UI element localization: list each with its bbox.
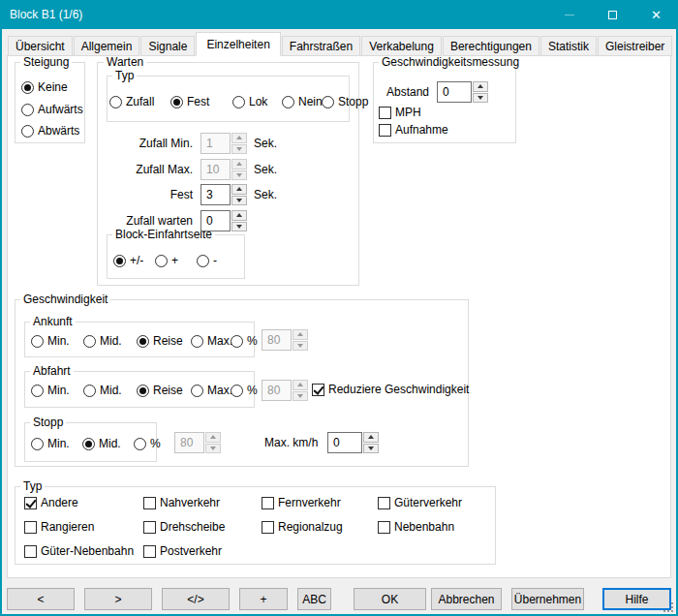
radio-abfahrt-min[interactable]: Min. [31,384,70,397]
help-button[interactable]: Hilfe [602,588,671,610]
spin-up-button[interactable] [363,432,379,443]
radio-label: Min. [47,437,70,450]
checkbox-icon [24,545,37,558]
radio-lok[interactable]: Lok [232,95,267,108]
resize-grip-icon[interactable] [663,602,673,612]
abstand-spinner[interactable] [437,81,488,103]
spin-down-button[interactable] [231,222,247,232]
cancel-button[interactable]: Abbrechen [431,588,502,610]
radio-minus[interactable]: - [197,254,217,267]
radio-stopp-mid[interactable]: Mid. [82,437,121,450]
checkbox-andere[interactable]: Andere [24,496,78,509]
radio-abfahrt-prozent[interactable]: % [231,384,258,397]
checkbox-nebenbahn[interactable]: Nebenbahn [378,520,454,534]
next-button[interactable]: > [84,588,152,610]
spin-up-button[interactable] [231,184,247,195]
steigung-group-title: Steigung [20,55,72,69]
checkbox-rangieren[interactable]: Rangieren [24,520,94,534]
tab-berechtigungen[interactable]: Berechtigungen [443,36,539,56]
checkbox-postverkehr[interactable]: Postverkehr [143,544,222,558]
radio-ankunft-prozent[interactable]: % [231,334,258,348]
radio-plus[interactable]: + [155,254,178,267]
radio-aufwaerts[interactable]: Aufwärts [21,103,83,116]
tab-gleistreiber[interactable]: Gleistreiber [598,36,672,56]
radio-label: Stopp [338,95,368,108]
maximize-button[interactable] [591,0,634,29]
checkbox-label: Drehscheibe [160,520,225,534]
spin-down-button[interactable] [231,196,247,206]
radio-ankunft-reise[interactable]: Reise [137,334,183,348]
radio-fest[interactable]: Fest [170,95,209,108]
radio-stopp[interactable]: Stopp [322,95,368,108]
close-button[interactable]: ✕ [634,0,678,29]
radio-label: % [247,334,258,348]
tab-fahrstrassen[interactable]: Fahrstraßen [282,36,360,56]
checkbox-gueterverkehr[interactable]: Güterverkehr [378,496,462,509]
checkbox-label: Rangieren [41,520,94,534]
radio-label: Reise [153,384,183,397]
messung-group-title: Geschwindigkeitsmessung [379,55,522,69]
checkbox-fernverkehr[interactable]: Fernverkehr [262,496,341,509]
radio-label: Aufwärts [38,103,83,116]
radio-ankunft-max[interactable]: Max. [191,334,232,348]
radio-ankunft-mid[interactable]: Mid. [83,334,122,348]
tab-statistik[interactable]: Statistik [540,36,597,56]
radio-abfahrt-reise[interactable]: Reise [137,384,183,397]
spin-down-button [293,391,308,402]
tab-signale[interactable]: Signale [140,36,195,56]
spin-up-button [293,329,308,340]
plus-button[interactable]: + [239,588,288,610]
ankunft-spinner [262,329,308,351]
tab-uebersicht[interactable]: Übersicht [8,36,73,56]
radio-label: Mid. [100,384,122,397]
titlebar[interactable]: Block B1 (1/6) ✕ [0,0,678,29]
zufall-warten-input[interactable] [200,210,231,231]
radio-keine[interactable]: Keine [21,80,68,94]
ok-button[interactable]: OK [354,588,426,610]
ankunft-input [262,329,292,351]
tab-verkabelung[interactable]: Verkabelung [361,36,442,56]
tab-einzelheiten[interactable]: Einzelheiten [196,32,280,56]
radio-zufall[interactable]: Zufall [109,95,154,108]
checkbox-icon [143,545,156,558]
radio-icon [137,335,149,348]
radio-abwaerts[interactable]: Abwärts [21,124,79,138]
checkbox-gueter-nebenbahn[interactable]: Güter-Nebenbahn [24,544,134,558]
radio-abfahrt-mid[interactable]: Mid. [83,384,122,397]
spin-down-button[interactable] [363,444,379,454]
zufall-max-spinner [200,159,247,180]
checkbox-nahverkehr[interactable]: Nahverkehr [143,496,220,509]
checkbox-aufnahme[interactable]: Aufnahme [379,123,448,137]
spin-up-button[interactable] [473,81,488,92]
max-kmh-spinner[interactable] [327,432,379,453]
radio-nein[interactable]: Nein [282,95,323,108]
checkbox-label: Reduziere Geschwindigkeit [328,383,469,396]
radio-ankunft-min[interactable]: Min. [31,334,70,348]
abstand-input[interactable] [437,81,472,103]
tab-allgemein[interactable]: Allgemein [74,36,140,56]
zufall-warten-spinner[interactable] [200,210,247,231]
fest-input[interactable] [200,184,231,205]
spin-down-button[interactable] [473,93,488,104]
checkbox-label: Güter-Nebenbahn [41,544,134,558]
checkbox-mph[interactable]: MPH [379,106,421,119]
radio-stopp-min[interactable]: Min. [31,437,70,450]
prev-next-button[interactable]: </> [162,588,230,610]
radio-icon [21,125,34,138]
radio-abfahrt-max[interactable]: Max. [191,384,232,397]
spin-down-button [205,444,221,454]
prev-button[interactable]: < [7,588,75,610]
checkbox-reduziere-geschwindigkeit[interactable]: Reduziere Geschwindigkeit [312,383,469,396]
checkbox-regionalzug[interactable]: Regionalzug [262,520,343,534]
fest-spinner[interactable] [200,184,247,205]
spin-up-button[interactable] [231,210,247,221]
geschwindigkeit-group-title: Geschwindigkeit [20,293,110,306]
apply-button[interactable]: Übernehmen [511,588,584,610]
stopp-input [174,432,204,453]
radio-plusminus[interactable]: +/- [113,254,143,267]
abc-button[interactable]: ABC [297,588,331,610]
max-kmh-input[interactable] [327,432,362,453]
checkbox-drehscheibe[interactable]: Drehscheibe [143,520,225,534]
radio-icon [322,96,334,108]
radio-stopp-prozent[interactable]: % [134,437,161,450]
